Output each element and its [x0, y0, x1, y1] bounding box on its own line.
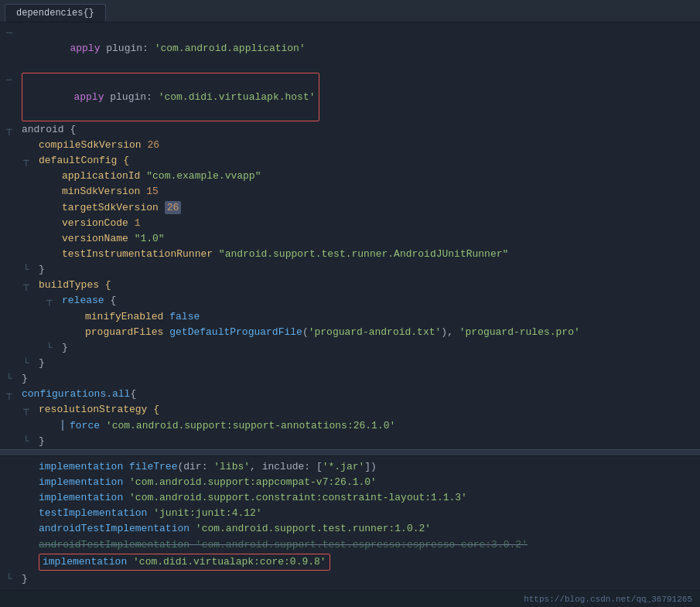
line-content: }	[39, 262, 45, 278]
footer-url: https://blog.csdn.net/qq_36791265	[524, 595, 692, 604]
line-18: └ }	[0, 356, 700, 371]
fold-icon	[23, 475, 36, 490]
line-b1: implementation fileTree(dir: 'libs', inc…	[0, 459, 700, 475]
line-content: testInstrumentationRunner "android.suppo…	[62, 247, 508, 262]
section-separator	[0, 449, 700, 456]
fold-icon	[46, 231, 59, 247]
tab-dependencies[interactable]: dependencies{}	[5, 4, 106, 22]
line-content: }	[39, 434, 45, 449]
line-content: force 'com.android.support:support-annot…	[62, 418, 395, 434]
fold-icon	[23, 490, 36, 506]
line-content: androidTestImplementation 'com.android.s…	[39, 521, 431, 537]
line-b3: implementation 'com.android.support.cons…	[0, 490, 700, 506]
line-4: compileSdkVersion 26	[0, 138, 700, 153]
line-9: versionCode 1	[0, 216, 700, 231]
line-5: ┬ defaultConfig {	[0, 153, 700, 169]
line-3: ┬ android {	[0, 122, 700, 138]
line-22-force: force 'com.android.support:support-annot…	[0, 418, 700, 434]
fold-icon: └	[6, 371, 19, 387]
line-13: ┬ buildTypes {	[0, 278, 700, 293]
tab-bar: dependencies{}	[0, 0, 700, 22]
line-1: ─ apply plugin: 'com.android.application…	[0, 26, 700, 72]
line-content: }	[22, 571, 28, 587]
line-content-highlighted: implementation 'com.didi.virtualapk:core…	[39, 554, 330, 571]
line-b5: androidTestImplementation 'com.android.s…	[0, 521, 700, 537]
line-21: ┬ resolutionStrategy {	[0, 402, 700, 418]
line-content: versionCode 1	[62, 216, 140, 231]
line-content: apply plugin: 'com.android.application'	[22, 26, 306, 72]
fold-icon: └	[23, 356, 36, 371]
fold-icon	[46, 247, 59, 262]
line-content: configurations.all{	[22, 387, 136, 402]
line-content: }	[22, 371, 28, 387]
line-23: └ }	[0, 434, 700, 449]
code-top: ─ apply plugin: 'com.android.application…	[0, 22, 700, 449]
line-content: resolutionStrategy {	[39, 402, 159, 418]
line-19: └ }	[0, 371, 700, 387]
line-12: └ }	[0, 262, 700, 278]
line-content: applicationId "com.example.vvapp"	[62, 169, 261, 184]
fold-icon	[46, 169, 59, 184]
line-b2: implementation 'com.android.support:appc…	[0, 475, 700, 490]
fold-icon: ┬	[6, 122, 19, 138]
line-content: buildTypes {	[39, 278, 111, 293]
fold-icon: ─	[6, 73, 19, 121]
fold-icon: ─	[6, 26, 19, 72]
fold-icon: └	[23, 262, 36, 278]
fold-icon: ┬	[46, 293, 59, 309]
line-b7-highlighted: implementation 'com.didi.virtualapk:core…	[0, 553, 700, 571]
fold-icon: ┬	[6, 387, 19, 402]
fold-icon	[46, 200, 59, 216]
line-b8: └ }	[0, 571, 700, 587]
line-content: release {	[62, 293, 116, 309]
line-15: minifyEnabled false	[0, 309, 700, 325]
fold-icon	[23, 138, 36, 153]
fold-icon	[70, 309, 82, 325]
line-content: defaultConfig {	[39, 153, 129, 169]
line-20: ┬ configurations.all{	[0, 387, 700, 402]
fold-icon	[23, 554, 36, 571]
fold-icon	[23, 537, 36, 553]
line-content: }	[62, 340, 68, 356]
line-content: implementation 'com.android.support.cons…	[39, 490, 467, 506]
fold-icon: ┬	[23, 402, 36, 418]
line-14: ┬ release {	[0, 293, 700, 309]
line-content: }	[39, 356, 45, 371]
line-8: targetSdkVersion 26	[0, 200, 700, 216]
line-content: versionName "1.0"	[62, 231, 165, 247]
line-content: minifyEnabled false	[85, 309, 200, 325]
line-content: implementation 'com.android.support:appc…	[39, 475, 377, 490]
line-10: versionName "1.0"	[0, 231, 700, 247]
fold-icon	[23, 459, 36, 475]
line-content: targetSdkVersion 26	[62, 200, 181, 216]
line-17: └ }	[0, 340, 700, 356]
footer-bar: https://blog.csdn.net/qq_36791265	[0, 590, 700, 607]
fold-icon	[46, 418, 59, 434]
fold-icon	[46, 216, 59, 231]
line-content: testImplementation 'junit:junit:4.12'	[39, 506, 262, 521]
line-content-highlighted: apply plugin: 'com.didi.virtualapk.host'	[22, 73, 319, 121]
line-content: implementation fileTree(dir: 'libs', inc…	[39, 459, 377, 475]
line-content: proguardFiles getDefaultProguardFile('pr…	[85, 325, 580, 340]
line-content: androidTestImplementation 'com.android.s…	[39, 537, 528, 553]
editor-container: dependencies{} ─ apply plugin: 'com.andr…	[0, 0, 700, 607]
line-7: minSdkVersion 15	[0, 184, 700, 199]
fold-icon: ┬	[23, 278, 36, 293]
fold-icon: └	[6, 571, 19, 587]
fold-icon: └	[23, 434, 36, 449]
fold-icon: ┬	[23, 153, 36, 169]
line-6: applicationId "com.example.vvapp"	[0, 169, 700, 184]
code-bottom: implementation fileTree(dir: 'libs', inc…	[0, 456, 700, 590]
fold-icon	[23, 521, 36, 537]
fold-icon	[23, 506, 36, 521]
line-b4: testImplementation 'junit:junit:4.12'	[0, 506, 700, 521]
line-11: testInstrumentationRunner "android.suppo…	[0, 247, 700, 262]
line-content: compileSdkVersion 26	[39, 138, 159, 153]
fold-icon: └	[46, 340, 59, 356]
line-16: proguardFiles getDefaultProguardFile('pr…	[0, 325, 700, 340]
line-content: minSdkVersion 15	[62, 184, 159, 199]
line-b6: androidTestImplementation 'com.android.s…	[0, 537, 700, 553]
line-content: android {	[22, 122, 76, 138]
line-2-highlighted: ─ apply plugin: 'com.didi.virtualapk.hos…	[0, 72, 700, 121]
fold-icon	[46, 184, 59, 199]
